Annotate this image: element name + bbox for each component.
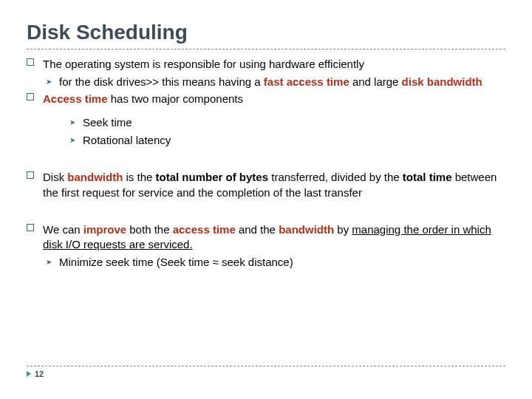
slide-title: Disk Scheduling	[27, 21, 505, 44]
square-bullet-icon	[27, 58, 34, 66]
title-underline	[27, 49, 505, 50]
text: is the	[123, 171, 155, 183]
text-total-time: total time	[403, 171, 452, 183]
bullet-os-responsible: The operating system is responsible for …	[27, 57, 505, 72]
subbullet-disk-drives: ➤ for the disk drives>> this means havin…	[27, 75, 505, 89]
arrow-icon: ➤	[69, 117, 75, 128]
bullet-access-time: Access time has two major components	[27, 92, 505, 106]
page-number-wrap: 12	[27, 369, 505, 378]
square-bullet-icon	[27, 224, 34, 231]
subbullet-rotational-latency: ➤ Rotational latency	[27, 133, 505, 148]
bullet-disk-bandwidth: Disk bandwidth is the total number of by…	[27, 170, 505, 200]
bullet-improve: We can improve both the access time and …	[27, 222, 505, 253]
triangle-icon	[27, 371, 31, 377]
text: and the	[236, 223, 279, 236]
text-total-bytes: total number of bytes	[156, 171, 269, 183]
text-bandwidth-2: bandwidth	[279, 223, 334, 236]
square-bullet-icon	[27, 171, 34, 179]
text: by	[334, 223, 352, 236]
text: Seek time	[83, 116, 132, 129]
text: and large	[349, 75, 402, 88]
text-improve: improve	[83, 223, 126, 236]
content-area: The operating system is responsible for …	[27, 57, 505, 270]
text: The operating system is responsible for …	[43, 58, 364, 70]
text: Minimize seek time (Seek time ≈ seek dis…	[59, 256, 293, 268]
arrow-icon: ➤	[46, 257, 52, 267]
subbullet-seek-time: ➤ Seek time	[27, 115, 505, 130]
arrow-icon: ➤	[46, 77, 52, 87]
text: both the	[126, 223, 173, 236]
text-disk-bandwidth: disk bandwidth	[402, 75, 482, 88]
arrow-icon: ➤	[69, 135, 75, 146]
text: has two major components	[108, 92, 243, 105]
footer-divider	[27, 366, 505, 366]
text: Disk	[43, 171, 67, 183]
text: Rotational latency	[83, 134, 171, 146]
slide: Disk Scheduling The operating system is …	[0, 0, 532, 399]
text-fast-access: fast access time	[264, 75, 349, 88]
text-access-time-2: access time	[173, 223, 236, 236]
text: transferred, divided by the	[268, 171, 403, 183]
text: for the disk drives>> this means having …	[59, 75, 264, 88]
text-access-time: Access time	[43, 92, 108, 105]
footer: 12	[27, 366, 505, 378]
subbullet-minimize-seek: ➤ Minimize seek time (Seek time ≈ seek d…	[27, 255, 505, 270]
page-number: 12	[35, 369, 44, 378]
text-bandwidth: bandwidth	[67, 171, 123, 183]
text: We can	[43, 223, 83, 236]
square-bullet-icon	[27, 93, 34, 100]
